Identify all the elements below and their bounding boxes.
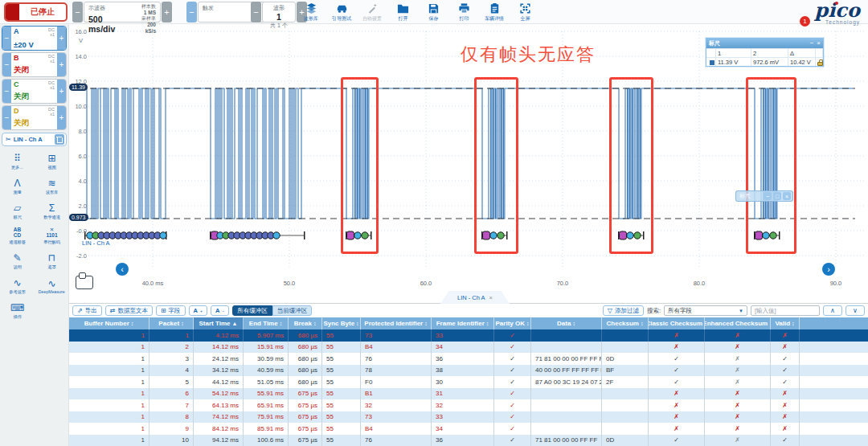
channel-a-panel[interactable]: −ADCx1±20 V+ bbox=[2, 26, 67, 51]
toolbar-save-button[interactable]: 保存 bbox=[418, 1, 448, 23]
ruler-value-bottom[interactable]: 0.973 bbox=[69, 214, 88, 221]
column-header-enhanced-checksum[interactable]: Enhanced Checksum↕ bbox=[705, 317, 771, 329]
table-row-packet-6[interactable]: 1654.12 ms55.91 ms675 µs55B131✓✗✗✗ bbox=[69, 388, 868, 400]
font-increase-button[interactable]: A+ bbox=[189, 305, 207, 316]
channel-d-decrease-button[interactable]: − bbox=[2, 106, 11, 129]
column-header-end-time[interactable]: End Time↕ bbox=[244, 317, 289, 329]
table-row-packet-3[interactable]: 1324.12 ms30.59 ms680 µs557636✓71 81 00 … bbox=[69, 353, 868, 365]
table-row-packet-2[interactable]: 1214.12 ms15.91 ms680 µs55B434✓✗✗✗ bbox=[69, 342, 868, 354]
close-icon[interactable]: × bbox=[783, 192, 791, 200]
decoder-chip-lin-cha[interactable]: ✂ LIN - Ch A bbox=[2, 133, 67, 146]
column-header-parity-ok[interactable]: Parity OK↕ bbox=[494, 317, 531, 329]
toolbar-open-button[interactable]: 打开 bbox=[387, 1, 418, 23]
toolbar-guided-tests-button[interactable]: 引导测试 bbox=[326, 1, 357, 23]
search-input[interactable] bbox=[751, 305, 820, 316]
ruler-value-top[interactable]: 11.39 bbox=[69, 84, 88, 91]
tab-close-icon[interactable]: × bbox=[489, 294, 493, 301]
column-header-buffer-number[interactable]: Buffer Number↕ bbox=[69, 317, 149, 329]
search-prev-button[interactable]: ∧ bbox=[823, 305, 842, 316]
toolbar-auto-setup-button[interactable]: 自动设置 bbox=[357, 1, 387, 23]
ruler-overlay-panel[interactable]: 标尺 − × 1 2 Δ 11.39 V 972.6 mV 10.42 V bbox=[706, 38, 824, 67]
channel-a-increase-button[interactable]: + bbox=[57, 27, 66, 50]
scope-settings-panel[interactable]: 示波器 500 ms/div 样本数 1 MS 采样率 200 kS/s bbox=[84, 2, 161, 23]
ruler-panel-title: 标尺 bbox=[709, 39, 807, 47]
restore-icon[interactable]: □ bbox=[773, 192, 781, 200]
channel-c-decrease-button[interactable]: − bbox=[2, 80, 11, 103]
sidebar-tool-views[interactable]: ⊞视图 bbox=[35, 149, 69, 174]
column-header-break[interactable]: Break↕ bbox=[289, 317, 322, 329]
font-decrease-button[interactable]: A− bbox=[211, 305, 229, 316]
table-row-packet-8[interactable]: 1874.12 ms75.91 ms675 µs557333✓✗✗✗ bbox=[69, 411, 868, 423]
channel-d-increase-button[interactable]: + bbox=[57, 106, 66, 129]
decode-table-header: Buffer Number↕Packet↕Start Time▲End Time… bbox=[69, 317, 868, 329]
table-row-packet-4[interactable]: 1434.12 ms40.59 ms680 µs557838✓40 00 00 … bbox=[69, 365, 868, 377]
search-field-select[interactable]: 所有字段 ▼ bbox=[664, 305, 747, 316]
sidebar-tool-rulers[interactable]: ▱标尺 bbox=[0, 199, 35, 224]
channel-d-panel[interactable]: −DDCx1关闭+ bbox=[2, 105, 67, 130]
sidebar-tool-waveform-library[interactable]: ≋波形库 bbox=[35, 174, 69, 199]
floating-window-controls[interactable]: 标尺 − □ × bbox=[735, 190, 793, 202]
close-icon[interactable]: × bbox=[817, 40, 821, 47]
current-buffer-button[interactable]: 当前缓冲区 bbox=[272, 305, 313, 316]
table-row-packet-5[interactable]: 1544.12 ms51.05 ms680 µs55F030✓87 A0 00 … bbox=[69, 376, 868, 388]
toolbar-fullscreen-button[interactable]: 全屏 bbox=[510, 1, 540, 23]
sidebar-tool-actions[interactable]: ⌨操作 bbox=[0, 299, 35, 324]
trash-icon[interactable] bbox=[55, 134, 64, 145]
trigger-decrease-button[interactable]: − bbox=[186, 2, 197, 23]
timebase-decrease-button[interactable]: − bbox=[72, 2, 83, 23]
export-button[interactable]: ⇗ 导出 bbox=[72, 305, 102, 316]
channel-c-panel[interactable]: −CDCx1关闭+ bbox=[2, 79, 67, 104]
stop-button[interactable]: 已停止 bbox=[4, 2, 68, 22]
column-header-sync-byte[interactable]: Sync Byte↕ bbox=[322, 317, 361, 329]
minimize-icon[interactable]: − bbox=[764, 192, 772, 200]
column-header-start-time[interactable]: Start Time▲ bbox=[194, 317, 244, 329]
all-buffers-button[interactable]: 所有缓冲区 bbox=[232, 305, 272, 316]
channel-b-increase-button[interactable]: + bbox=[57, 53, 66, 76]
toolbar-waveform-library-button[interactable]: 波形库 bbox=[296, 1, 326, 23]
table-row-packet-7[interactable]: 1764.13 ms65.91 ms675 µs553232✓✗✗✗ bbox=[69, 399, 868, 411]
sidebar-tool-more[interactable]: ⠿更多... bbox=[0, 149, 35, 174]
ruler-panel-titlebar[interactable]: 标尺 − × bbox=[706, 39, 823, 48]
column-header-valid[interactable]: Valid↕ bbox=[771, 317, 800, 329]
tab-lin-cha[interactable]: LIN - Ch A × bbox=[440, 291, 510, 304]
column-header-checksum[interactable]: Checksum↕ bbox=[602, 317, 649, 329]
sidebar-tool-measurements[interactable]: Λ测量 bbox=[0, 174, 35, 199]
sidebar-tool-serial-decoding[interactable]: ✕1101串行解码 bbox=[35, 224, 69, 249]
channel-letter: B bbox=[14, 54, 19, 63]
sidebar-tool-deep-measure[interactable]: ∿DeepMeasure bbox=[35, 274, 69, 299]
buffer-overview-icon[interactable] bbox=[76, 276, 93, 289]
minimize-icon[interactable]: − bbox=[810, 40, 814, 47]
column-header-data[interactable]: Data↕ bbox=[531, 317, 602, 329]
scroll-right-button[interactable]: › bbox=[822, 263, 835, 276]
sidebar-tool-math-channels[interactable]: Σ数学通道 bbox=[35, 199, 69, 224]
column-header-classic-checksum[interactable]: Classic Checksum↕ bbox=[649, 317, 705, 329]
table-row-packet-1[interactable]: 114.12 ms5.907 ms680 µs557333✓✗✗✗ bbox=[69, 329, 868, 342]
timebase-increase-button[interactable]: + bbox=[162, 2, 172, 23]
channel-b-decrease-button[interactable]: − bbox=[2, 53, 11, 76]
channel-c-increase-button[interactable]: + bbox=[57, 80, 66, 103]
sidebar-tool-notes[interactable]: ✎说明 bbox=[0, 249, 35, 274]
toolbar-vehicle-details-button[interactable]: 车辆详情 bbox=[479, 1, 510, 23]
sidebar-tool-reference-waveforms[interactable]: ∿参考波形 bbox=[0, 274, 35, 299]
sidebar-tool-masks[interactable]: ⊓遮罩 bbox=[35, 249, 69, 274]
column-header-packet[interactable]: Packet↕ bbox=[149, 317, 194, 329]
column-header-frame-identifier[interactable]: Frame Identifier↕ bbox=[432, 317, 494, 329]
table-row-packet-10[interactable]: 11094.12 ms100.6 ms675 µs557636✓71 81 00… bbox=[69, 435, 868, 446]
column-header-protected-identifier[interactable]: Protected Identifier↕ bbox=[361, 317, 432, 329]
toolbar-print-button[interactable]: 打印 bbox=[448, 1, 479, 23]
lock-icon[interactable] bbox=[817, 62, 823, 66]
add-filter-button[interactable]: ▽ 添加过滤 bbox=[603, 305, 644, 316]
search-next-button[interactable]: ∨ bbox=[845, 305, 865, 316]
fields-button[interactable]: ⊞ 字段 bbox=[156, 305, 186, 316]
waveform-view[interactable]: V 仅有帧头无应答 11.39 0.973 LIN - Ch A ‹ › 标尺 … bbox=[69, 24, 868, 291]
channel-a-decrease-button[interactable]: − bbox=[2, 27, 11, 50]
ruler-table: 1 2 Δ 11.39 V 972.6 mV 10.42 V bbox=[706, 48, 823, 66]
scroll-left-button[interactable]: ‹ bbox=[116, 263, 129, 276]
channel-b-panel[interactable]: −BDCx1关闭+ bbox=[2, 52, 67, 77]
waveform-prev-button[interactable]: − bbox=[251, 2, 261, 23]
waveform-count-panel[interactable]: 波形 1 共 1 个 bbox=[262, 2, 296, 23]
data-to-text-button[interactable]: ⇄ 数据至文本 bbox=[105, 305, 153, 316]
notification-badge[interactable]: 1 bbox=[800, 16, 810, 27]
sidebar-tool-channel-labels[interactable]: ABCD通道标签 bbox=[0, 224, 35, 249]
table-row-packet-9[interactable]: 1984.12 ms85.91 ms675 µs55B434✓✗✗✗ bbox=[69, 423, 868, 435]
